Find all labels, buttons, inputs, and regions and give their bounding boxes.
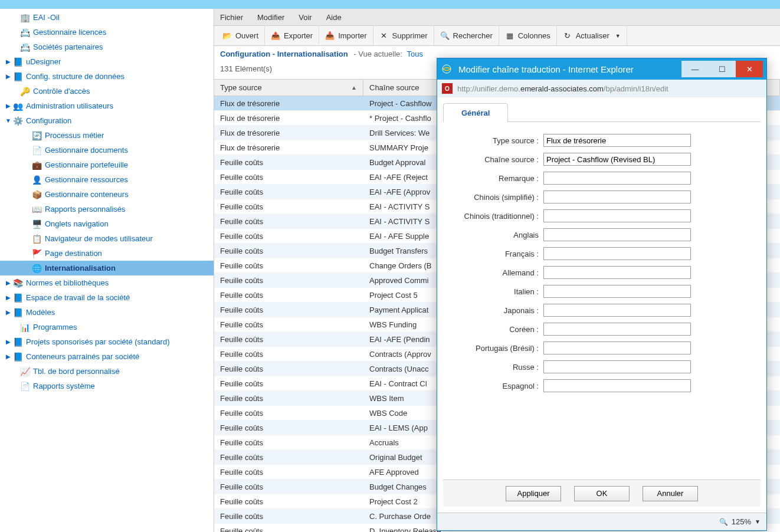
form-input[interactable] [543, 153, 691, 166]
cell-type: Feuille coûts [214, 274, 363, 287]
sort-asc-icon: ▲ [351, 84, 357, 91]
sidebar-item[interactable]: 📄Gestionnaire documents [0, 143, 214, 157]
tab-general[interactable]: Général [443, 103, 508, 122]
tree-toggle-icon[interactable]: ▶ [5, 339, 12, 346]
tree-label: Programmes [33, 323, 77, 331]
toolbar-label: Supprimer [392, 31, 428, 40]
sidebar-item[interactable]: 📋Navigateur de modes utilisateur [0, 231, 214, 246]
zoom-dropdown-icon[interactable]: ▼ [755, 518, 761, 525]
tree-toggle-icon [24, 235, 31, 242]
menubar: FichierModifierVoirAide [214, 9, 780, 26]
form-input[interactable] [543, 172, 691, 185]
form-label: Italien : [449, 287, 543, 296]
form-input[interactable] [543, 360, 691, 373]
tree-toggle-icon[interactable]: ▶ [5, 353, 12, 360]
menu-item[interactable]: Voir [299, 13, 312, 22]
breadcrumb-view-value[interactable]: Tous [407, 50, 423, 58]
cell-type: Feuille coûts [214, 260, 363, 272]
menu-item[interactable]: Fichier [220, 13, 243, 22]
sidebar-item[interactable]: ▶📚Normes et bibliothèques [0, 275, 214, 290]
toolbar-icon: 🔍 [440, 31, 450, 41]
sidebar-item[interactable]: ▶📘Espace de travail de la société [0, 290, 214, 305]
tree-toggle-icon[interactable]: ▶ [5, 309, 12, 316]
toolbar-button[interactable]: 🔍Rechercher [434, 26, 499, 45]
tree-toggle-icon[interactable]: ▼ [5, 117, 12, 124]
dialog-url[interactable]: http://unifier.demo.emerald-associates.c… [457, 84, 668, 93]
sidebar-item[interactable]: ▼⚙️Configuration [0, 113, 214, 128]
toolbar-button[interactable]: ▦Colonnes [499, 26, 557, 45]
maximize-button[interactable]: ☐ [709, 61, 736, 77]
form-input[interactable] [543, 266, 691, 279]
form-label: Remarque : [449, 174, 543, 183]
form-input[interactable] [543, 228, 691, 241]
sidebar-item[interactable]: 📇Sociétés partenaires [0, 40, 214, 54]
sidebar-item[interactable]: 🔑Contrôle d'accès [0, 84, 214, 98]
sidebar-item[interactable]: 📈Tbl. de bord personnalisé [0, 364, 214, 379]
column-header-type[interactable]: Type source ▲ [214, 80, 363, 96]
cell-type: Flux de trésorerie [214, 127, 363, 139]
form-label: Japonais : [449, 306, 543, 315]
sidebar-item[interactable]: ▶👥Administration utilisateurs [0, 98, 214, 113]
sidebar-item[interactable]: 📊Programmes [0, 320, 214, 334]
toolbar-button[interactable]: ✕Supprimer [373, 26, 434, 45]
breadcrumb-view-label: - Vue actuelle: [353, 50, 402, 58]
tree-label: Onglets navigation [45, 219, 109, 228]
sidebar-item[interactable]: 👤Gestionnaire ressources [0, 172, 214, 187]
tree-label: Gestionnaire ressources [45, 175, 128, 184]
sidebar-item[interactable]: ▶📘Conteneurs parrainés par société [0, 349, 214, 364]
toolbar-button[interactable]: 📥Importer [319, 26, 373, 45]
sidebar-item[interactable]: 🔄Processus métier [0, 128, 214, 143]
toolbar-button[interactable]: 📤Exporter [265, 26, 319, 45]
toolbar-button[interactable]: 📂Ouvert [217, 26, 265, 45]
sidebar-item[interactable]: 💼Gestionnaire portefeuille [0, 157, 214, 172]
tree-toggle-icon[interactable]: ▶ [5, 294, 12, 301]
zoom-icon[interactable]: 🔍 [719, 518, 728, 526]
apply-button[interactable]: Appliquer [506, 486, 561, 501]
form-input[interactable] [543, 341, 691, 354]
dialog-titlebar[interactable]: Modifier chaîne traduction - Internet Ex… [437, 58, 766, 80]
form-input[interactable] [543, 285, 691, 298]
tree-toggle-icon[interactable]: ▶ [5, 73, 12, 80]
toolbar-button[interactable]: ↻Actualiser▼ [557, 26, 627, 45]
tree-toggle-icon[interactable]: ▶ [5, 58, 12, 65]
tree-label: uDesigner [26, 57, 61, 66]
tree-label: Modèles [26, 308, 55, 317]
sidebar-item[interactable]: ▶📘Projets sponsorisés par société (stand… [0, 334, 214, 349]
tree-label: Normes et bibliothèques [26, 278, 109, 287]
toolbar-icon: 📤 [271, 31, 280, 41]
form-row: Chinois (simplifié) : [449, 191, 755, 203]
form-input[interactable] [543, 209, 691, 222]
ok-button[interactable]: OK [574, 486, 630, 501]
sidebar-item[interactable]: ▶📘Modèles [0, 305, 214, 320]
sidebar-item[interactable]: 📇Gestionnaire licences [0, 25, 214, 40]
form-input[interactable] [543, 379, 691, 392]
sidebar-item[interactable]: 🖥️Onglets navigation [0, 216, 214, 231]
dialog-form: Type source :Chaîne source :Remarque :Ch… [443, 122, 761, 480]
form-input[interactable] [543, 304, 691, 317]
sidebar-item[interactable]: 📖Rapports personnalisés [0, 202, 214, 216]
menu-item[interactable]: Aide [326, 13, 342, 22]
close-button[interactable]: ✕ [736, 61, 763, 77]
form-input[interactable] [543, 134, 691, 147]
tree-toggle-icon[interactable]: ▶ [5, 103, 12, 110]
form-input[interactable] [543, 323, 691, 336]
form-label: Espagnol : [449, 382, 543, 390]
form-input[interactable] [543, 191, 691, 203]
zoom-level[interactable]: 125% [732, 517, 751, 526]
sidebar-item[interactable]: ▶📘Config. structure de données [0, 69, 214, 84]
sidebar-item[interactable]: 📄Rapports système [0, 379, 214, 393]
tree-label: Sociétés partenaires [33, 42, 103, 51]
tree-toggle-icon[interactable]: ▶ [5, 280, 12, 287]
cancel-button[interactable]: Annuler [643, 486, 698, 501]
form-input[interactable] [543, 247, 691, 260]
menu-item[interactable]: Modifier [257, 13, 284, 22]
toolbar-label: Rechercher [453, 31, 493, 40]
sidebar-item[interactable]: 📦Gestionnaire conteneurs [0, 187, 214, 202]
sidebar-item[interactable]: 🌐Internationalisation [0, 261, 214, 275]
minimize-button[interactable]: — [681, 61, 709, 77]
sidebar-item[interactable]: 🚩Page destination [0, 246, 214, 261]
cell-type: Feuille coûts [214, 525, 363, 533]
sidebar-item[interactable]: ▶📘uDesigner [0, 54, 214, 69]
toolbar-label: Exporter [284, 31, 313, 40]
sidebar-item[interactable]: 🏢EAI -Oil [0, 10, 214, 25]
